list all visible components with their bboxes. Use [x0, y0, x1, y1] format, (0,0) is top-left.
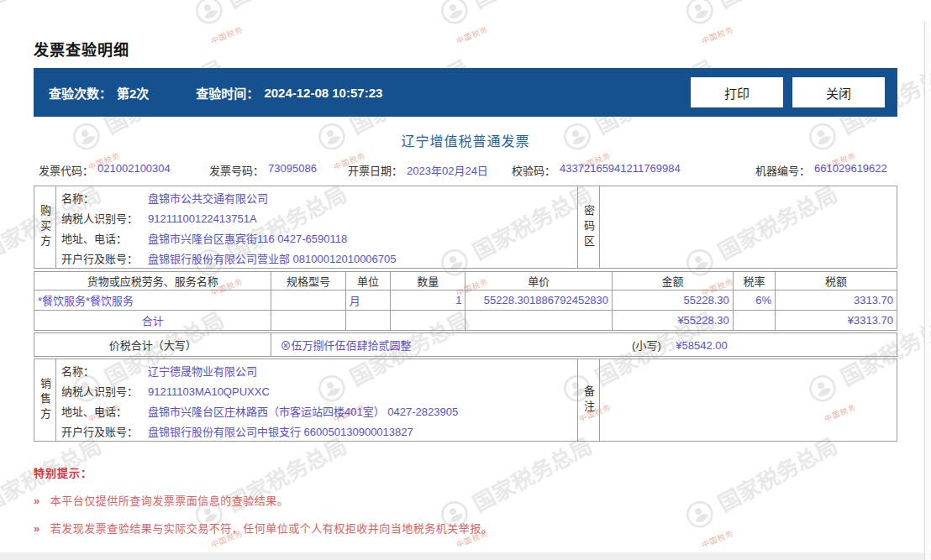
- total-amount: ¥55228.30: [613, 311, 734, 331]
- invoice-meta-row: 发票代码： 021002100304 发票号码： 73095086 开票日期： …: [34, 162, 897, 178]
- invoice-date-value: 2023年02月24日: [407, 162, 488, 178]
- grand-total-values: ⊗伍万捌仟伍佰肆拾贰圆整 (小写) ¥58542.00: [271, 333, 897, 357]
- notice-item-2-text: 若发现发票查验结果与实际交易不符，任何单位或个人有权拒收并向当地税务机关举报。: [50, 522, 493, 535]
- buyer-address-row: 地址、电话： 盘锦市兴隆台区惠宾街116 0427-6590118: [61, 229, 574, 249]
- total-price-empty: [466, 311, 613, 331]
- grand-total-row: 价税合计（大写） ⊗伍万捌仟伍佰肆拾贰圆整 (小写) ¥58542.00: [34, 332, 897, 357]
- seller-bank-label: 开户行及账号：: [61, 422, 148, 442]
- password-area-label: 密码区: [578, 186, 600, 268]
- buyer-address-label: 地址、电话：: [61, 229, 148, 249]
- invoice-number-value: 73095086: [268, 162, 317, 178]
- scrollbar[interactable]: [924, 22, 930, 560]
- check-time-value: 2024-12-08 10:57:23: [264, 86, 382, 100]
- footer-strip: [0, 552, 931, 560]
- grand-total-lowercase-label: (小写): [632, 339, 661, 352]
- invoice-code: 发票代码： 021002100304: [34, 162, 209, 178]
- remark-content: [600, 359, 897, 441]
- notice-title: 特别提示：: [34, 464, 897, 480]
- buyer-bank-label: 开户行及账号：: [61, 249, 148, 270]
- seller-taxid-row: 纳税人识别号： 91211103MA10QPUXXC: [61, 382, 574, 402]
- total-qty-empty: [391, 311, 466, 331]
- seller-address-row: 地址、电话： 盘锦市兴隆台区庄林路西（市客运站四楼401室） 0427-2823…: [61, 402, 574, 422]
- remark-label: 备注: [578, 359, 600, 441]
- items-table: 货物或应税劳务、服务名称 规格型号 单位 数量 单价 金额 税率 税额 *餐饮服…: [34, 271, 897, 331]
- seller-bank-row: 开户行及账号： 盘锦银行股份有限公司中银支行 66005013090001382…: [61, 422, 574, 442]
- seller-bank-value: 盘锦银行股份有限公司中银支行 660050130900013827: [148, 422, 413, 442]
- item-tax-rate: 6%: [733, 290, 775, 311]
- notice-bullet-icon: »: [34, 522, 40, 535]
- header-tax-rate: 税率: [733, 272, 775, 290]
- seller-name-label: 名称：: [61, 362, 148, 382]
- total-unit-empty: [345, 311, 390, 331]
- special-notice: 特别提示： » 本平台仅提供所查询发票票面信息的查验结果。 » 若发现发票查验结…: [34, 464, 897, 536]
- print-button[interactable]: 打印: [691, 77, 783, 107]
- close-button[interactable]: 关闭: [792, 77, 885, 107]
- invoice-title: 辽宁增值税普通发票: [34, 130, 897, 150]
- item-unit: 月: [345, 290, 390, 311]
- toolbar: 查验次数： 第2次 查验时间： 2024-12-08 10:57:23 打印 关…: [34, 68, 897, 117]
- check-code-label: 校验码：: [512, 162, 555, 178]
- header-unit: 单位: [345, 272, 390, 290]
- check-code: 校验码： 43372165941211769984: [512, 162, 755, 178]
- check-count-value: 第2次: [117, 84, 149, 102]
- item-spec: [271, 290, 345, 311]
- notice-item-2: » 若发现发票查验结果与实际交易不符，任何单位或个人有权拒收并向当地税务机关举报…: [34, 520, 897, 536]
- buyer-name-row: 名称： 盘锦市公共交通有限公司: [61, 189, 574, 209]
- machine-number-label: 机器编号：: [755, 162, 810, 178]
- invoice-date-label: 开票日期：: [348, 162, 402, 178]
- grand-total-tr: 价税合计（大写） ⊗伍万捌仟伍佰肆拾贰圆整 (小写) ¥58542.00: [34, 333, 897, 357]
- item-qty: 1: [391, 290, 466, 311]
- total-spec-empty: [271, 311, 345, 331]
- buyer-name-value: 盘锦市公共交通有限公司: [148, 189, 268, 209]
- invoice-number-label: 发票号码：: [209, 162, 264, 178]
- check-count-label: 查验次数：: [49, 84, 112, 102]
- header-qty: 数量: [391, 272, 466, 290]
- check-time: 查验时间： 2024-12-08 10:57:23: [196, 84, 382, 102]
- buyer-bank-row: 开户行及账号： 盘锦银行股份有限公司营业部 08100012010006705: [61, 249, 574, 270]
- notice-bullet-icon: »: [34, 495, 40, 507]
- item-amount: 55228.30: [613, 290, 734, 311]
- invoice-code-value: 021002100304: [97, 162, 171, 178]
- total-taxrate-empty: [733, 311, 775, 331]
- buyer-side-label: 购买方: [34, 186, 56, 268]
- grand-total-lowercase-value: ¥58542.00: [676, 339, 727, 352]
- seller-address-label: 地址、电话：: [61, 402, 148, 422]
- check-code-value: 43372165941211769984: [560, 162, 681, 178]
- buyer-taxid-value: 91211100122413751A: [148, 209, 257, 229]
- total-tax: ¥3313.70: [776, 311, 897, 331]
- main-content: 发票查验明细 查验次数： 第2次 查验时间： 2024-12-08 10:57:…: [0, 0, 931, 536]
- seller-section: 销售方 名称： 辽宁德晟物业有限公司 纳税人识别号： 91211103MA10Q…: [34, 359, 897, 442]
- item-price: 55228.301886792452830: [466, 290, 613, 311]
- buyer-bank-value: 盘锦银行股份有限公司营业部 08100012010006705: [148, 249, 397, 270]
- buyer-taxid-label: 纳税人识别号：: [61, 209, 148, 229]
- seller-name-value: 辽宁德晟物业有限公司: [148, 362, 257, 382]
- password-area-content: [600, 186, 897, 268]
- invoice-code-label: 发票代码：: [39, 162, 93, 178]
- item-tax: 3313.70: [776, 290, 897, 311]
- items-data-row: *餐饮服务*餐饮服务 月 1 55228.301886792452830 552…: [34, 290, 897, 311]
- notice-item-1-text: 本平台仅提供所查询发票票面信息的查验结果。: [50, 495, 289, 507]
- buyer-name-label: 名称：: [61, 189, 148, 209]
- header-price: 单价: [466, 272, 613, 290]
- machine-number-value: 661029619622: [814, 162, 887, 178]
- seller-side-label: 销售方: [34, 359, 56, 441]
- items-total-row: 合计 ¥55228.30 ¥3313.70: [34, 311, 897, 331]
- header-item-name: 货物或应税劳务、服务名称: [34, 272, 271, 290]
- total-label: 合计: [34, 311, 271, 331]
- notice-item-1: » 本平台仅提供所查询发票票面信息的查验结果。: [34, 492, 897, 508]
- header-amount: 金额: [613, 272, 734, 290]
- grand-total-uppercase: ⊗伍万捌仟伍佰肆拾贰圆整: [275, 337, 629, 353]
- invoice-date: 开票日期： 2023年02月24日: [348, 162, 512, 178]
- machine-number: 机器编号： 661029619622: [755, 162, 887, 178]
- header-spec: 规格型号: [271, 272, 345, 290]
- check-count: 查验次数： 第2次: [49, 84, 149, 102]
- buyer-section: 购买方 名称： 盘锦市公共交通有限公司 纳税人识别号： 912111001224…: [34, 186, 897, 269]
- buyer-address-value: 盘锦市兴隆台区惠宾街116 0427-6590118: [148, 229, 347, 249]
- seller-address-value: 盘锦市兴隆台区庄林路西（市客运站四楼401室） 0427-2823905: [148, 402, 458, 422]
- seller-details: 名称： 辽宁德晟物业有限公司 纳税人识别号： 91211103MA10QPUXX…: [56, 359, 578, 441]
- seller-name-row: 名称： 辽宁德晟物业有限公司: [61, 362, 574, 382]
- seller-taxid-label: 纳税人识别号：: [61, 382, 148, 402]
- invoice-number: 发票号码： 73095086: [209, 162, 348, 178]
- buyer-taxid-row: 纳税人识别号： 91211100122413751A: [61, 209, 574, 229]
- buyer-details: 名称： 盘锦市公共交通有限公司 纳税人识别号： 9121110012241375…: [56, 186, 578, 268]
